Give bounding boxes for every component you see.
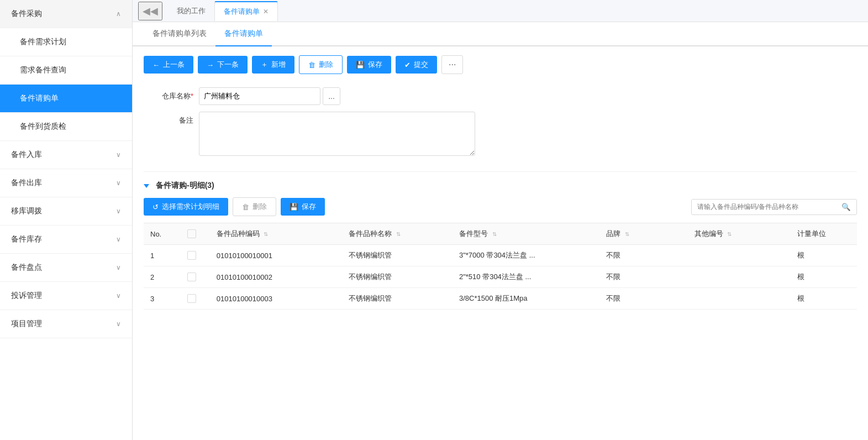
sidebar-item-purchase-order[interactable]: 备件请购单 xyxy=(0,85,132,113)
more-button[interactable]: ··· xyxy=(441,55,463,74)
detail-save-button[interactable]: 💾 保存 xyxy=(281,198,325,216)
sub-tab-bar: 备件请购单列表 备件请购单 xyxy=(133,22,868,46)
sidebar-item-demand-plan[interactable]: 备件需求计划 xyxy=(0,28,132,56)
detail-delete-button[interactable]: 🗑 删除 xyxy=(233,197,276,216)
cell-model: 3"*7000 带304法兰盘 ... xyxy=(453,245,599,266)
col-header-name[interactable]: 备件品种名称 ⇅ xyxy=(342,223,453,245)
cell-other xyxy=(688,245,791,266)
row-checkbox[interactable] xyxy=(187,251,196,260)
cell-name: 不锈钢编织管 xyxy=(342,245,453,266)
cell-model: 2"*510 带304法兰盘 ... xyxy=(453,266,599,288)
select-plan-button[interactable]: ↺ 选择需求计划明细 xyxy=(144,198,228,216)
sort-icon-brand: ⇅ xyxy=(625,231,629,237)
sidebar-item-label: 投诉管理 xyxy=(11,291,42,301)
sidebar-item-complaint[interactable]: 投诉管理 ∨ xyxy=(0,282,132,310)
tab-my-work-label: 我的工作 xyxy=(177,6,206,16)
cell-checkbox[interactable] xyxy=(181,288,210,310)
detail-save-label: 保存 xyxy=(302,202,316,212)
remark-row: 备注 xyxy=(144,112,857,156)
detail-table: No. 备件品种编码 ⇅ 备件品种名称 ⇅ xyxy=(144,223,857,310)
sub-tab-list-label: 备件请购单列表 xyxy=(152,29,207,38)
col-header-brand[interactable]: 品牌 ⇅ xyxy=(599,223,688,245)
sidebar-item-inventory[interactable]: 备件库存 ∨ xyxy=(0,226,132,254)
row-checkbox[interactable] xyxy=(187,294,196,303)
sub-tab-list[interactable]: 备件请购单列表 xyxy=(144,22,215,46)
add-icon: ＋ xyxy=(261,60,268,70)
detail-title: 备件请购-明细(3) xyxy=(156,181,214,191)
chevron-down-icon: ∨ xyxy=(116,264,121,271)
detail-header: 备件请购-明细(3) xyxy=(144,181,857,191)
table-row: 1 01010100010001 不锈钢编织管 3"*7000 带304法兰盘 … xyxy=(144,245,857,266)
select-plan-label: 选择需求计划明细 xyxy=(162,202,219,212)
delete-label: 删除 xyxy=(319,60,333,70)
warehouse-row: 仓库名称* ... xyxy=(144,87,857,105)
chevron-down-icon: ∨ xyxy=(116,292,121,300)
prev-icon: ← xyxy=(152,61,160,69)
cell-code: 01010100010003 xyxy=(210,288,343,310)
main-toolbar: ← 上一条 → 下一条 ＋ 新增 🗑 删除 💾 保存 ✔ 提交 xyxy=(144,55,857,74)
submit-button[interactable]: ✔ 提交 xyxy=(396,56,437,74)
refresh-icon: ↺ xyxy=(152,203,159,211)
prev-button[interactable]: ← 上一条 xyxy=(144,56,193,74)
chevron-down-icon: ∨ xyxy=(116,320,121,328)
remark-textarea[interactable] xyxy=(199,112,475,156)
cell-checkbox[interactable] xyxy=(181,245,210,266)
sidebar-item-demand-query[interactable]: 需求备件查询 xyxy=(0,56,132,85)
search-button[interactable]: 🔍 xyxy=(836,200,856,214)
warehouse-label: 仓库名称* xyxy=(144,87,199,101)
detail-table-wrapper: No. 备件品种编码 ⇅ 备件品种名称 ⇅ xyxy=(144,223,857,310)
chevron-down-icon: ∨ xyxy=(116,207,121,215)
sub-tab-form[interactable]: 备件请购单 xyxy=(215,22,272,46)
main-content: ◀◀ 我的工作 备件请购单 ✕ 备件请购单列表 备件请购单 ← 上一条 → 下一… xyxy=(133,0,868,440)
detail-section: 备件请购-明细(3) ↺ 选择需求计划明细 🗑 删除 💾 保存 xyxy=(144,181,857,310)
cell-brand: 不限 xyxy=(599,245,688,266)
sidebar-item-spare-purchase[interactable]: 备件采购 ∧ xyxy=(0,0,132,28)
cell-brand: 不限 xyxy=(599,288,688,310)
chevron-down-icon: ∨ xyxy=(116,151,121,159)
next-button[interactable]: → 下一条 xyxy=(198,56,248,74)
prev-label: 上一条 xyxy=(163,60,185,70)
sidebar-item-spare-out[interactable]: 备件出库 ∨ xyxy=(0,169,132,197)
sidebar-item-label: 备件出库 xyxy=(11,178,42,188)
warehouse-input[interactable] xyxy=(199,87,320,105)
sidebar-item-label: 备件请购单 xyxy=(20,93,59,103)
table-row: 3 01010100010003 不锈钢编织管 3/8C*1500 耐压1Mpa… xyxy=(144,288,857,310)
col-header-model[interactable]: 备件型号 ⇅ xyxy=(453,223,599,245)
sidebar-item-spare-in[interactable]: 备件入库 ∨ xyxy=(0,141,132,169)
sort-icon-model: ⇅ xyxy=(492,231,497,237)
detail-delete-icon: 🗑 xyxy=(242,203,249,211)
warehouse-picker-button[interactable]: ... xyxy=(323,87,340,105)
save-button[interactable]: 💾 保存 xyxy=(347,56,391,74)
sidebar-item-label: 备件盘点 xyxy=(11,263,42,273)
tab-my-work[interactable]: 我的工作 xyxy=(168,2,214,20)
cell-other xyxy=(688,266,791,288)
tab-back-button[interactable]: ◀◀ xyxy=(138,2,162,20)
detail-toolbar: ↺ 选择需求计划明细 🗑 删除 💾 保存 🔍 xyxy=(144,197,857,216)
header-checkbox[interactable] xyxy=(187,229,196,238)
row-checkbox[interactable] xyxy=(187,273,196,281)
col-header-no: No. xyxy=(144,223,181,245)
cell-code: 01010100010001 xyxy=(210,245,343,266)
tab-close-icon[interactable]: ✕ xyxy=(263,8,269,15)
cell-code: 01010100010002 xyxy=(210,266,343,288)
detail-save-icon: 💾 xyxy=(290,203,298,211)
col-header-code[interactable]: 备件品种编码 ⇅ xyxy=(210,223,343,245)
search-input[interactable] xyxy=(692,200,836,214)
col-header-other[interactable]: 其他编号 ⇅ xyxy=(688,223,791,245)
cell-model: 3/8C*1500 耐压1Mpa xyxy=(453,288,599,310)
sidebar-item-arrival-check[interactable]: 备件到货质检 xyxy=(0,113,132,141)
tab-purchase-order[interactable]: 备件请购单 ✕ xyxy=(214,1,278,21)
required-mark: * xyxy=(191,92,193,100)
cell-no: 2 xyxy=(144,266,181,288)
sidebar-item-stocktake[interactable]: 备件盘点 ∨ xyxy=(0,254,132,282)
add-button[interactable]: ＋ 新增 xyxy=(252,56,294,74)
sidebar-item-project-mgmt[interactable]: 项目管理 ∨ xyxy=(0,310,132,338)
cell-checkbox[interactable] xyxy=(181,266,210,288)
warehouse-input-group: ... xyxy=(199,87,340,105)
submit-label: 提交 xyxy=(414,60,428,70)
delete-button[interactable]: 🗑 删除 xyxy=(299,55,343,74)
sidebar-item-transfer[interactable]: 移库调拨 ∨ xyxy=(0,197,132,226)
cell-name: 不锈钢编织管 xyxy=(342,266,453,288)
sort-icon-code: ⇅ xyxy=(264,231,268,237)
collapse-icon[interactable] xyxy=(144,184,149,188)
